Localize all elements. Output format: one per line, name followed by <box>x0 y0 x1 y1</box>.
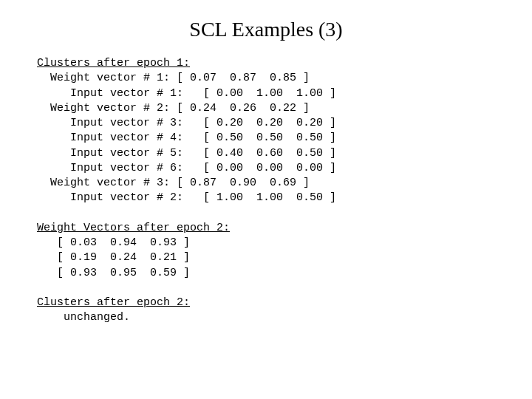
section3-header: Clusters after epoch 2: <box>37 296 190 309</box>
section1-header: Clusters after epoch 1: <box>37 57 190 69</box>
section1-body: Weight vector # 1: [ 0.07 0.87 0.85 ] In… <box>37 72 336 204</box>
section3-body: unchanged. <box>37 311 130 324</box>
content-block: Clusters after epoch 1: Weight vector # … <box>37 56 532 326</box>
section2-body: [ 0.03 0.94 0.93 ] [ 0.19 0.24 0.21 ] [ … <box>37 236 190 279</box>
section2-header: Weight Vectors after epoch 2: <box>37 222 230 234</box>
page-title: SCL Examples (3) <box>0 18 532 41</box>
